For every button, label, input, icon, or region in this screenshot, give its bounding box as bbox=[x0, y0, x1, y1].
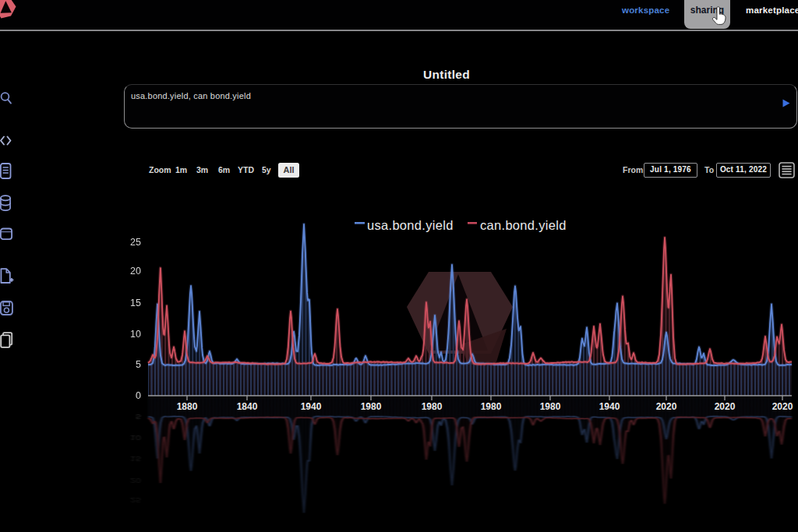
svg-text:20: 20 bbox=[130, 266, 141, 277]
svg-text:1840: 1840 bbox=[237, 401, 258, 412]
svg-text:1940: 1940 bbox=[599, 401, 620, 412]
svg-text:10: 10 bbox=[130, 329, 141, 340]
svg-text:15: 15 bbox=[130, 298, 141, 308]
svg-text:1980: 1980 bbox=[422, 401, 443, 412]
svg-text:2020: 2020 bbox=[656, 401, 677, 412]
svg-text:1980: 1980 bbox=[540, 401, 561, 412]
svg-text:5: 5 bbox=[136, 359, 141, 370]
svg-text:1940: 1940 bbox=[301, 401, 322, 412]
svg-text:2020: 2020 bbox=[715, 401, 736, 412]
svg-text:2020: 2020 bbox=[772, 401, 793, 412]
svg-text:1880: 1880 bbox=[177, 401, 198, 412]
svg-text:usa.bond.yield: usa.bond.yield bbox=[367, 218, 454, 232]
svg-text:1980: 1980 bbox=[481, 401, 502, 412]
svg-text:1980: 1980 bbox=[361, 401, 382, 412]
svg-text:can.bond.yield: can.bond.yield bbox=[480, 218, 567, 232]
